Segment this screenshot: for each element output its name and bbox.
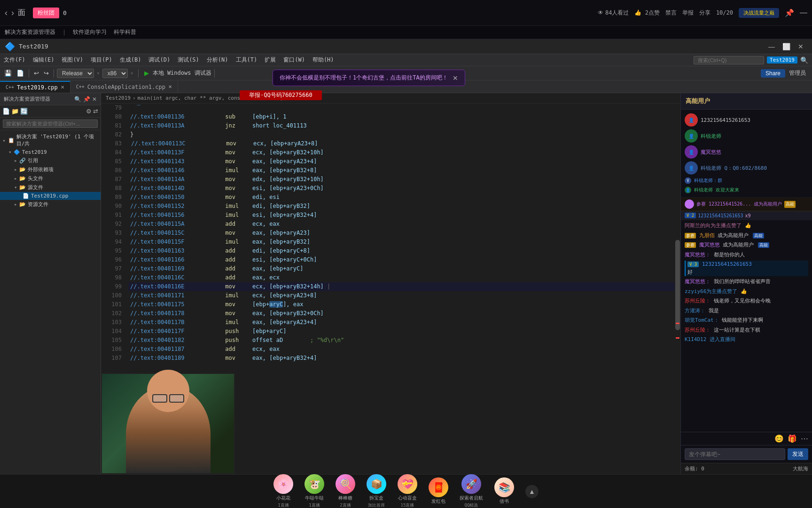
sub-nav-item1[interactable]: 解决方案资源管理器: [5, 28, 55, 36]
webcam-overlay: [101, 373, 235, 474]
report-btn[interactable]: 举报: [682, 9, 694, 17]
tree-solution[interactable]: ▸ 📋 解决方案 'Test2019' (1 个项目/共: [0, 132, 101, 148]
tree-external[interactable]: ▸ 📂 外部依赖项: [0, 165, 101, 174]
run-button[interactable]: ▶: [141, 69, 152, 78]
ide-restore[interactable]: ⬜: [779, 43, 794, 50]
gift-lollipop[interactable]: 🍭 棒棒糖 2直播: [336, 474, 355, 508]
tree-test-cpp[interactable]: 📄 Test2019.cpp: [0, 192, 101, 200]
config-dropdown[interactable]: Release Debug: [57, 69, 94, 78]
avatar-6: 👤: [685, 187, 691, 193]
stats-count: 10/20: [716, 9, 733, 16]
run-label: 本地 Windows 调试器: [153, 69, 211, 77]
nav-back[interactable]: ‹: [5, 8, 8, 18]
main-content: 解决方案资源管理器 🔍 📌 ✕ 📄 📁 🔄 ⚙ ⇄: [0, 93, 812, 474]
gift-strip: 🌸 小花花 1直播 🐮 牛哒牛哒 1直播 🍭 棒棒糖 2直播 📦 拆宝盒 加比首…: [0, 474, 812, 508]
sidebar-add[interactable]: 📄: [2, 108, 10, 115]
chat-input[interactable]: [685, 448, 785, 460]
toolbar-new[interactable]: 📄: [15, 69, 26, 78]
tab-close-1[interactable]: ✕: [61, 85, 64, 90]
gift-explore[interactable]: 🚀 探索者启航 QQ精选: [460, 474, 483, 508]
nav-forward[interactable]: ›: [11, 8, 14, 18]
scrollbar-thumb[interactable]: [675, 240, 680, 330]
error-marker-1: [676, 323, 679, 324]
gift-notification: 参赛 123215641526... 成为高能用户 高能: [681, 198, 812, 211]
ide-close[interactable]: ✕: [794, 43, 807, 50]
gift-niuniu[interactable]: 🐮 牛哒牛哒 1直播: [304, 474, 324, 508]
toolbar-undo[interactable]: ↩: [32, 69, 41, 78]
top-user-4: 👤 科锐老师 Q：Q0:602/8680: [685, 160, 808, 176]
ide-window: 🔷 Test2019 — ⬜ ✕ 文件(F) 编辑(E) 视图(V) 项目(P)…: [0, 39, 812, 508]
toolbar-redo[interactable]: ↪: [42, 69, 51, 78]
tab-close-2[interactable]: ✕: [168, 84, 172, 89]
coin-count: 0: [63, 9, 67, 16]
avatar-1: 👤: [685, 113, 698, 127]
sidebar-pin[interactable]: 📌: [83, 96, 90, 103]
sidebar-close[interactable]: ✕: [92, 96, 97, 103]
tree-headers[interactable]: ▸ 📂 头文件: [0, 174, 101, 183]
gift-xiaohua[interactable]: 🌸 小花花 1直播: [273, 474, 293, 508]
chat-gift[interactable]: 🎁: [788, 434, 797, 443]
menu-file[interactable]: 文件(F): [0, 54, 29, 66]
chat-msg-3: 参赛 魔冥悠悠 成为高能用户 高能: [685, 241, 808, 249]
like-count: 👍 2点赞: [634, 9, 659, 17]
gift-avatar: [685, 199, 694, 209]
tab-consoleapp[interactable]: C++ ConsoleApplication1.cpp ✕: [70, 81, 178, 93]
menu-bar: 文件(F) 编辑(E) 视图(V) 项目(P) 生成(B) 调试(D) 测试(S…: [0, 54, 812, 66]
tab-test2019[interactable]: C++ Test2019.cpp ✕: [0, 81, 70, 93]
menu-edit[interactable]: 编辑(E): [29, 54, 58, 66]
menu-view[interactable]: 视图(V): [58, 54, 87, 66]
error-marker-2: [676, 337, 679, 339]
search-icon[interactable]: 🔍: [800, 56, 808, 64]
tree-refs[interactable]: ▸ 🔗 引用: [0, 156, 101, 165]
gift-scroll-up[interactable]: ▲: [525, 485, 539, 498]
manage-btn[interactable]: 管理员: [789, 69, 806, 77]
gift-red-envelope[interactable]: 🧧 发红包: [429, 477, 448, 506]
sub-nav-item2[interactable]: 软件逆向学习: [73, 28, 107, 36]
chat-send-btn[interactable]: 发送: [788, 448, 808, 460]
chat-msg-12: K1I4D12 进入直播间: [685, 336, 808, 344]
follow-button[interactable]: 粉丝团: [33, 8, 59, 18]
toolbar-save[interactable]: 💾: [2, 69, 14, 78]
menu-extend[interactable]: 扩展: [261, 54, 280, 66]
chat-more[interactable]: ⋯: [801, 434, 808, 443]
sub-nav-item3[interactable]: 科学科普: [114, 28, 136, 36]
menu-tools[interactable]: 工具(T): [232, 54, 261, 66]
share-toolbar-btn[interactable]: Share: [761, 69, 785, 78]
tree-sources[interactable]: ▾ 📂 源文件: [0, 183, 101, 192]
minimize-btn[interactable]: —: [800, 8, 807, 17]
menu-build[interactable]: 生成(B): [116, 54, 145, 66]
sidebar-props[interactable]: ⚙: [86, 108, 92, 115]
chat-msg-6: 魔冥悠悠： 我们所的哔哔站省省声音: [685, 278, 808, 286]
bookmark-btn[interactable]: 禁言: [665, 9, 677, 17]
chat-emoji[interactable]: 😊: [774, 434, 784, 443]
page-title: 面: [18, 8, 25, 18]
sidebar-switch[interactable]: ⇄: [93, 108, 98, 115]
menu-window[interactable]: 窗口(W): [280, 54, 309, 66]
share-btn[interactable]: 分享: [699, 9, 710, 17]
user-label: 大航海: [793, 465, 808, 472]
menu-help[interactable]: 帮助(H): [309, 54, 338, 66]
scrollbar-track[interactable]: [675, 114, 680, 474]
sub-nav: 解决方案资源管理器 | 软件逆向学习 科学科普: [0, 26, 812, 39]
avatar-4: 👤: [685, 161, 698, 175]
tree-resources[interactable]: ▸ 📂 资源文件: [0, 200, 101, 209]
ide-minimize[interactable]: —: [765, 43, 779, 50]
popup-close-btn[interactable]: ✕: [453, 74, 458, 82]
chat-stats: 余额: 0 大航海: [681, 463, 812, 474]
platform-dropdown[interactable]: x86 x64: [102, 69, 128, 78]
sidebar-refresh[interactable]: 🔄: [20, 108, 28, 115]
sidebar-search[interactable]: 🔍: [74, 96, 81, 103]
sidebar-add-folder[interactable]: 📁: [11, 108, 19, 115]
menu-test[interactable]: 测试(S): [174, 54, 203, 66]
tree-project[interactable]: ▾ 🔷 Test2019: [0, 148, 101, 156]
gift-book[interactable]: 📚 借书: [494, 477, 514, 506]
sidebar-filter-input[interactable]: [3, 119, 98, 128]
menu-project[interactable]: 项目(P): [87, 54, 116, 66]
search-input[interactable]: [694, 56, 764, 64]
pin-icon[interactable]: 📌: [785, 8, 794, 17]
gift-box[interactable]: 📦 拆宝盒 加比首席: [367, 474, 386, 508]
menu-debug[interactable]: 调试(D): [145, 54, 174, 66]
menu-analyze[interactable]: 分析(N): [203, 54, 232, 66]
chat-messages[interactable]: 阿斯兰的向为主播点赞了 👍 参赛 九朋佰 成为高能用户 高能 参赛 魔冥悠悠 成…: [681, 220, 812, 432]
gift-blind[interactable]: 💝 心动盲盒 15直播: [398, 474, 417, 508]
